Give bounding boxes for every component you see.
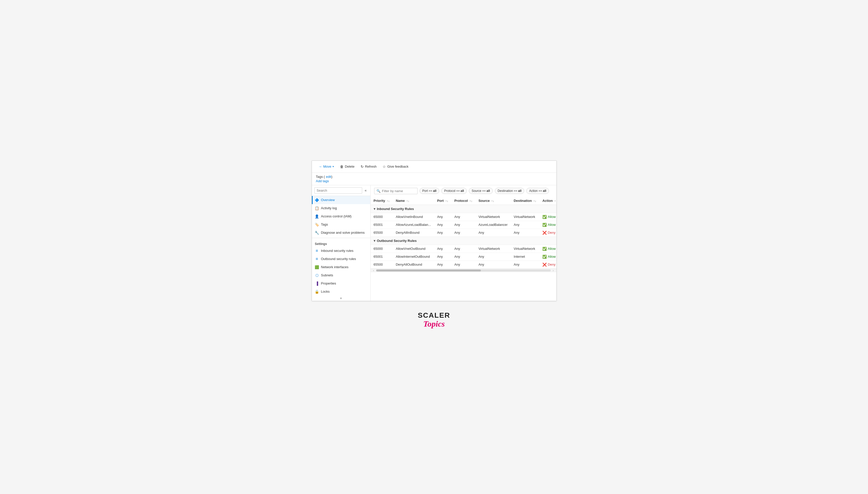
cell-destination: Any [511,229,539,236]
sidebar-item-label: Inbound security rules [321,249,354,253]
cell-priority: 65001 [371,253,393,261]
table-body: ▾Inbound Security Rules 65000 AllowVnetI… [371,205,556,268]
col-destination[interactable]: Destination ↑↓ [511,197,539,205]
feedback-label: Give feedback [387,165,408,168]
cell-port: Any [434,261,452,268]
refresh-icon: ↻ [361,165,364,169]
sidebar-item-tags[interactable]: 🏷️ Tags [312,221,370,229]
add-tags-link[interactable]: Add tags [316,179,552,183]
feedback-button[interactable]: ☆ Give feedback [380,163,411,170]
sort-icon: ↑↓ [387,199,390,202]
deny-icon: ❌ [542,263,547,267]
filter-name-input[interactable] [382,189,415,193]
allow-icon: ✅ [542,215,547,219]
table-row[interactable]: 65000 AllowVnetOutBound Any Any VirtualN… [371,245,556,253]
sort-icon: ↑↓ [491,199,494,202]
col-name[interactable]: Name ↑↓ [393,197,434,205]
sidebar-item-inbound-security[interactable]: ≡ Inbound security rules [312,247,370,255]
delete-label: Delete [345,165,355,168]
sidebar-item-overview[interactable]: 🔷 Overview [312,196,370,204]
action-allow: ✅ Allow [542,255,556,259]
col-priority[interactable]: Priority ↑↓ [371,197,393,205]
access-control-icon: 👤 [315,214,319,218]
sidebar-item-label: Diagnose and solve problems [321,231,365,234]
scroll-right-arrow[interactable]: › [551,269,556,272]
action-deny: ❌ Deny [542,263,556,267]
table-row[interactable]: 65000 AllowVnetInBound Any Any VirtualNe… [371,213,556,221]
sidebar-item-label: Subnets [321,273,333,277]
col-protocol[interactable]: Protocol ↑↓ [451,197,475,205]
tags-label: Tags (edit) [316,175,333,178]
table-row[interactable]: 65500 DenyAllOutBound Any Any Any Any ❌ … [371,261,556,268]
collapse-button[interactable]: « [364,187,368,193]
col-port[interactable]: Port ↑↓ [434,197,452,205]
locks-icon: 🔒 [315,290,319,294]
sidebar-item-subnets[interactable]: ⬡ Subnets [312,271,370,280]
diagnose-icon: 🔧 [315,231,319,235]
sort-icon: ↑ [554,199,556,202]
toolbar: → Move ▾ 🗑 Delete ↻ Refresh ☆ Give feedb… [312,161,556,173]
filter-chip-protocol[interactable]: Protocol == all [441,188,467,194]
scroll-left-arrow[interactable]: ‹ [371,269,376,272]
cell-action: ❌ Deny [539,229,556,236]
section-row-outbound[interactable]: ▾Outbound Security Rules [371,236,556,245]
move-chevron-icon: ▾ [333,165,334,168]
sidebar-item-label: Locks [321,290,330,293]
cell-protocol: Any [451,213,475,221]
sidebar-item-activity-log[interactable]: 📋 Activity log [312,204,370,212]
delete-button[interactable]: 🗑 Delete [337,163,357,170]
filter-bar: 🔍 Port == all Protocol == all Source == … [371,185,556,197]
refresh-button[interactable]: ↻ Refresh [358,163,379,170]
cell-source: AzureLoadBalancer [475,221,511,229]
move-button[interactable]: → Move ▾ [316,163,337,170]
tags-icon: 🏷️ [315,223,319,227]
tags-edit-link[interactable]: edit [326,175,331,178]
filter-chip-port[interactable]: Port == all [420,188,439,194]
sidebar-item-access-control[interactable]: 👤 Access control (IAM) [312,212,370,221]
sort-icon: ↑↓ [533,199,536,202]
sidebar-item-outbound-security[interactable]: ≡ Outbound security rules [312,255,370,263]
col-action[interactable]: Action ↑ [539,197,556,205]
table-row[interactable]: 65500 DenyAllInBound Any Any Any Any ❌ D… [371,229,556,236]
cell-name: AllowInternetOutBound [393,253,434,261]
cell-priority: 65500 [371,261,393,268]
cell-source: Any [475,253,511,261]
overview-icon: 🔷 [315,198,319,202]
filter-chip-destination[interactable]: Destination == all [495,188,525,194]
move-label: Move [323,165,332,168]
filter-chip-source[interactable]: Source == all [469,188,493,194]
table-row[interactable]: 65001 AllowAzureLoadBalan... Any Any Azu… [371,221,556,229]
watermark-topics: Topics [418,320,450,328]
sidebar-item-label: Network interfaces [321,265,348,269]
cell-source: VirtualNetwork [475,245,511,253]
settings-section-label: Settings [312,239,370,247]
cell-destination: Internet [511,253,539,261]
filter-chip-action[interactable]: Action == all [526,188,549,194]
filter-search: 🔍 [374,188,417,194]
data-table: Priority ↑↓ Name ↑↓ Port ↑↓ Protocol ↑↓ … [371,197,556,269]
cell-source: VirtualNetwork [475,213,511,221]
action-deny: ❌ Deny [542,231,556,235]
feedback-icon: ☆ [382,165,386,169]
cell-destination: VirtualNetwork [511,245,539,253]
sidebar-item-locks[interactable]: 🔒 Locks [312,288,370,296]
search-input[interactable] [315,187,362,194]
cell-priority: 65500 [371,229,393,236]
properties-icon: ▐ [315,282,319,286]
horizontal-scrollbar[interactable]: ‹ › [371,269,556,272]
sort-icon: ↑↓ [407,199,409,202]
sidebar-item-diagnose[interactable]: 🔧 Diagnose and solve problems [312,229,370,237]
cell-port: Any [434,221,452,229]
cell-port: Any [434,213,452,221]
scrollbar-track[interactable] [376,269,551,271]
section-row-inbound[interactable]: ▾Inbound Security Rules [371,205,556,213]
cell-action: ✅ Allow [539,245,556,253]
table-row[interactable]: 65001 AllowInternetOutBound Any Any Any … [371,253,556,261]
sidebar-item-network-interfaces[interactable]: 🟩 Network interfaces [312,263,370,271]
sidebar-scroll-indicator: ▼ [312,296,370,301]
col-source[interactable]: Source ↑↓ [475,197,511,205]
action-allow: ✅ Allow [542,215,556,219]
scrollbar-thumb[interactable] [376,269,481,271]
sidebar-item-properties[interactable]: ▐ Properties [312,280,370,288]
outbound-security-icon: ≡ [315,257,319,261]
